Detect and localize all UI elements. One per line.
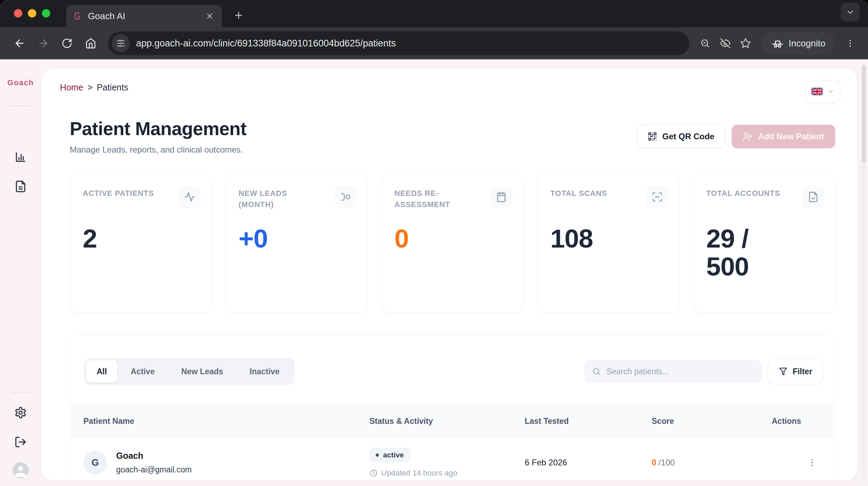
sidebar-item-logout[interactable] bbox=[11, 432, 30, 452]
status-filter-tabs: All Active New Leads Inactive bbox=[84, 358, 295, 385]
logout-icon bbox=[14, 436, 27, 448]
zoom-search-icon[interactable] bbox=[695, 34, 715, 53]
user-plus-icon bbox=[743, 132, 753, 141]
tab-search-chevron-button[interactable] bbox=[841, 3, 860, 22]
browser-menu-kebab-icon[interactable] bbox=[840, 34, 860, 53]
user-icon bbox=[335, 186, 357, 208]
last-updated: Updated 14 hours ago bbox=[369, 469, 525, 478]
col-actions: Actions bbox=[772, 417, 822, 426]
status-badge: active bbox=[369, 448, 410, 462]
scrollbar-thumb[interactable] bbox=[862, 65, 866, 163]
incognito-icon bbox=[772, 37, 784, 49]
gear-icon bbox=[14, 406, 27, 419]
table-row[interactable]: G Goach goach-ai@gmail.com active bbox=[70, 438, 835, 480]
new-tab-button[interactable] bbox=[230, 7, 247, 24]
reload-button[interactable] bbox=[55, 34, 79, 53]
status-dot bbox=[376, 454, 379, 457]
stats-row: ACTIVE PATIENTS 2 NEW LEADS (MONTH) +0 N… bbox=[70, 174, 835, 313]
sidebar-item-reports[interactable] bbox=[11, 177, 30, 196]
patient-avatar: G bbox=[83, 451, 107, 474]
close-tab-icon[interactable] bbox=[204, 11, 215, 21]
sidebar-user-avatar[interactable] bbox=[13, 462, 29, 478]
stat-card-needs-reassessment: NEEDS RE-ASSESSMENT 0 bbox=[382, 174, 524, 313]
tab-new-leads[interactable]: New Leads bbox=[168, 360, 236, 383]
add-new-patient-label: Add New Patient bbox=[758, 132, 824, 141]
sidebar-divider bbox=[10, 105, 31, 106]
breadcrumb: Home > Patients bbox=[60, 80, 128, 93]
stat-value: 2 bbox=[83, 225, 199, 253]
row-actions-kebab-icon[interactable] bbox=[805, 456, 819, 470]
breadcrumb-separator: > bbox=[88, 82, 93, 93]
sidebar-item-analytics[interactable] bbox=[11, 147, 30, 167]
stat-card-total-accounts: TOTAL ACCOUNTS 29 / 500 bbox=[693, 174, 835, 313]
status-label: active bbox=[383, 451, 404, 459]
tab-title: Goach AI bbox=[88, 11, 204, 22]
browser-toolbar: app.goach-ai.com/clinic/691338f84a091016… bbox=[0, 27, 868, 59]
patient-name: Goach bbox=[116, 451, 192, 461]
page-scrollbar[interactable] bbox=[862, 64, 866, 482]
stat-label: TOTAL SCANS bbox=[550, 188, 630, 214]
stat-label: TOTAL ACCOUNTS bbox=[706, 188, 786, 214]
file-text-icon bbox=[14, 180, 27, 193]
calendar-icon bbox=[490, 186, 512, 208]
address-bar[interactable]: app.goach-ai.com/clinic/691338f84a091016… bbox=[108, 31, 689, 55]
patients-table-card: All Active New Leads Inactive Filter bbox=[70, 335, 835, 480]
stat-value: +0 bbox=[239, 225, 355, 253]
back-button[interactable] bbox=[8, 34, 31, 53]
sidebar-item-settings[interactable] bbox=[11, 403, 30, 422]
last-updated-text: Updated 14 hours ago bbox=[381, 469, 457, 478]
home-button[interactable] bbox=[79, 34, 103, 53]
breadcrumb-current: Patients bbox=[97, 82, 128, 93]
eye-off-icon[interactable] bbox=[715, 34, 735, 53]
search-input[interactable] bbox=[607, 367, 754, 376]
last-tested-value: 6 Feb 2026 bbox=[525, 458, 652, 467]
zoom-window-button[interactable] bbox=[42, 9, 50, 17]
browser-tab[interactable]: Goach AI bbox=[66, 5, 222, 27]
tab-inactive[interactable]: Inactive bbox=[237, 360, 293, 383]
file-check-icon bbox=[802, 186, 824, 208]
filter-button[interactable]: Filter bbox=[768, 359, 823, 384]
stat-value: 108 bbox=[550, 225, 666, 253]
get-qr-code-label: Get QR Code bbox=[662, 132, 714, 141]
window-controls bbox=[14, 9, 50, 17]
score-value: 0 bbox=[652, 458, 656, 467]
bookmark-star-icon[interactable] bbox=[735, 34, 756, 53]
col-status-activity: Status & Activity bbox=[369, 417, 525, 426]
col-score: Score bbox=[652, 417, 772, 426]
col-patient-name: Patient Name bbox=[83, 417, 369, 426]
sidebar-logo: Goach bbox=[7, 78, 34, 87]
add-new-patient-button[interactable]: Add New Patient bbox=[732, 125, 835, 148]
col-last-tested: Last Tested bbox=[525, 417, 652, 426]
goach-favicon-icon bbox=[73, 12, 82, 21]
filter-label: Filter bbox=[793, 367, 812, 376]
scan-icon bbox=[646, 186, 668, 208]
close-window-button[interactable] bbox=[14, 9, 22, 17]
table-header-row: Patient Name Status & Activity Last Test… bbox=[70, 404, 835, 438]
app-content: Goach Home > bbox=[0, 59, 868, 486]
forward-button[interactable] bbox=[31, 34, 55, 53]
browser-window: Goach AI app.goach-ai.com bbox=[0, 0, 868, 486]
stat-label: NEW LEADS (MONTH) bbox=[239, 188, 319, 214]
funnel-icon bbox=[779, 367, 788, 376]
minimize-window-button[interactable] bbox=[28, 9, 36, 17]
language-selector[interactable] bbox=[806, 80, 840, 103]
site-settings-icon[interactable] bbox=[112, 34, 130, 52]
url-text: app.goach-ai.com/clinic/691338f84a091016… bbox=[136, 38, 396, 49]
patient-email: goach-ai@gmail.com bbox=[116, 465, 192, 474]
tab-all[interactable]: All bbox=[86, 360, 117, 383]
stat-card-new-leads: NEW LEADS (MONTH) +0 bbox=[226, 174, 368, 313]
stat-card-total-scans: TOTAL SCANS 108 bbox=[537, 174, 679, 313]
stat-label: ACTIVE PATIENTS bbox=[83, 188, 163, 214]
tab-active[interactable]: Active bbox=[117, 360, 168, 383]
search-patients-field[interactable] bbox=[584, 360, 762, 383]
bar-chart-icon bbox=[14, 151, 27, 163]
score-total: /100 bbox=[658, 458, 675, 467]
breadcrumb-home-link[interactable]: Home bbox=[60, 82, 83, 93]
sidebar: Goach bbox=[0, 59, 41, 486]
main-panel: Home > Patients Patient Management Manag… bbox=[41, 68, 858, 480]
score-cell: 0/100 bbox=[652, 458, 772, 467]
stat-value: 0 bbox=[395, 225, 511, 253]
activity-icon bbox=[179, 186, 201, 208]
search-icon bbox=[592, 367, 601, 376]
get-qr-code-button[interactable]: Get QR Code bbox=[637, 125, 725, 148]
